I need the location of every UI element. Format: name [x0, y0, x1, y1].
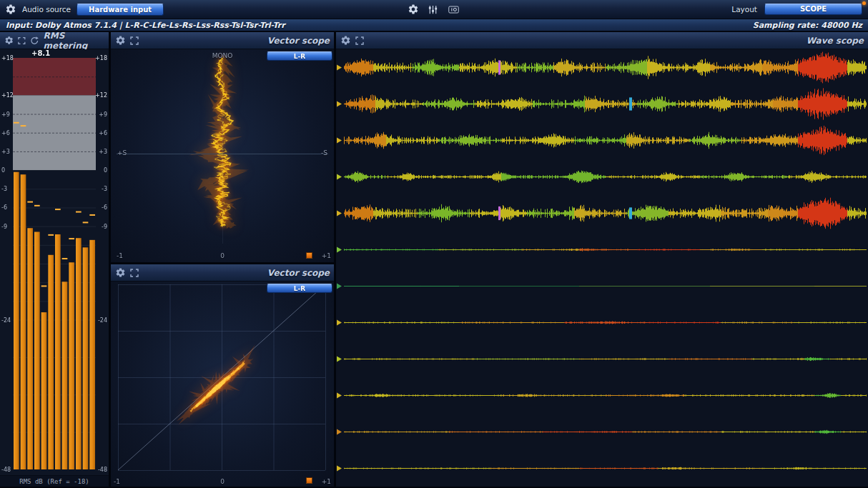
app-window: Audio source Hardware input Layout SCOPE…	[0, 0, 868, 488]
io-icon[interactable]	[447, 4, 460, 15]
vector-vertical-axis	[222, 55, 223, 244]
pair-select-button[interactable]: L-R	[267, 284, 332, 293]
vector-scope-top-panel: Vector scope MONO +S -S L-R -1 0 +1	[111, 32, 334, 262]
panel-title: Wave scope	[807, 36, 864, 46]
status-dot	[862, 1, 866, 5]
vector-horizontal-axis	[117, 154, 328, 154]
sampling-rate-text: Sampling rate: 48000 Hz	[753, 21, 862, 30]
tick-zero: 0	[220, 478, 225, 485]
info-bar: Input: Dolby Atmos 7.1.4 | L-R-C-Lfe-Ls-…	[0, 19, 868, 32]
layout-label: Layout	[731, 5, 757, 14]
panel-title: Vector scope	[267, 36, 330, 46]
rms-panel-header: RMS metering	[0, 32, 109, 49]
hardware-input-button[interactable]: Hardware input	[77, 4, 164, 16]
level-indicator-square[interactable]	[306, 252, 312, 259]
vector-bottom-header: Vector scope	[111, 264, 334, 282]
tick-zero: 0	[220, 252, 225, 259]
rms-peak-readout: +8.1	[31, 49, 50, 57]
vector-top-header: Vector scope	[111, 32, 334, 49]
wave-panel-header: Wave scope	[336, 32, 868, 49]
vector2-canvas	[111, 282, 334, 487]
expand-icon[interactable]	[355, 36, 364, 45]
vector-top-display: MONO +S -S L-R -1 0 +1	[111, 49, 334, 262]
wave-display	[336, 49, 868, 487]
panel-title: Vector scope	[267, 268, 330, 278]
vector-bottom-display: L-R -1 0 +1	[111, 282, 334, 487]
toolbar-center-icons	[408, 4, 460, 15]
tick-minus1: -1	[114, 478, 120, 485]
top-toolbar: Audio source Hardware input Layout SCOPE	[0, 0, 868, 19]
input-format-text: Input: Dolby Atmos 7.1.4 | L-R-C-Lfe-Ls-…	[6, 21, 285, 30]
plus-s-label: +S	[117, 149, 127, 156]
main-area: RMS metering +8.1 RMS dB (Ref = -18) Vec…	[0, 32, 868, 487]
gear-icon[interactable]	[340, 35, 351, 46]
rms-canvas	[0, 49, 109, 475]
expand-icon[interactable]	[130, 269, 139, 277]
level-indicator-square[interactable]	[306, 477, 312, 484]
layout-group: Layout SCOPE	[731, 4, 868, 15]
settings-gear-icon[interactable]	[5, 4, 16, 15]
gear-icon[interactable]	[408, 4, 419, 15]
rms-footer-label: RMS dB (Ref = -18)	[0, 475, 109, 487]
scope-button[interactable]: SCOPE	[764, 4, 862, 15]
tick-plus1: +1	[322, 478, 331, 485]
rms-panel: RMS metering +8.1 RMS dB (Ref = -18)	[0, 32, 109, 487]
tick-minus1: -1	[117, 252, 123, 259]
pair-select-button[interactable]: L-R	[267, 51, 332, 61]
audio-source-label: Audio source	[22, 5, 71, 14]
expand-icon[interactable]	[18, 36, 26, 45]
panel-title: RMS metering	[44, 31, 104, 51]
vector-column: Vector scope MONO +S -S L-R -1 0 +1	[111, 32, 334, 487]
expand-icon[interactable]	[130, 36, 139, 45]
gear-icon[interactable]	[115, 267, 126, 278]
sliders-icon[interactable]	[428, 4, 438, 15]
wave-scope-panel: Wave scope	[336, 32, 868, 487]
reset-rotate-icon[interactable]	[30, 36, 39, 46]
vector-scope-bottom-panel: Vector scope L-R -1 0 +1	[111, 264, 334, 487]
wave-canvas	[336, 49, 868, 487]
minus-s-label: -S	[321, 149, 327, 156]
audio-source-group: Audio source Hardware input	[0, 4, 164, 16]
gear-icon[interactable]	[4, 35, 14, 46]
rms-meter-area: +8.1	[0, 49, 109, 475]
mono-label: MONO	[212, 52, 233, 59]
gear-icon[interactable]	[115, 35, 126, 46]
tick-plus1: +1	[322, 252, 331, 259]
